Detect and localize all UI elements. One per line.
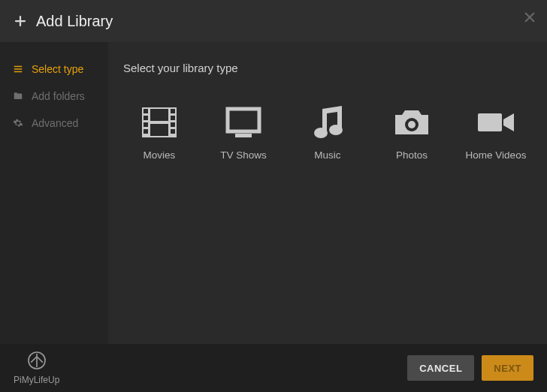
gear-icon [12,118,24,128]
svg-rect-9 [144,116,148,120]
sidebar-item-advanced[interactable]: Advanced [0,110,108,137]
footer-buttons: CANCEL NEXT [407,355,533,381]
svg-rect-19 [235,134,252,137]
library-type-tv-shows[interactable]: TV Shows [207,103,280,161]
sidebar-item-label: Select type [32,63,83,75]
svg-rect-17 [150,124,168,136]
svg-point-21 [329,125,343,135]
movies-icon [141,103,178,142]
svg-rect-10 [144,122,148,127]
video-camera-icon [476,103,515,142]
library-type-label: TV Shows [220,149,267,161]
library-type-list: Movies TV Shows [123,103,532,161]
brand-logo-icon [27,351,47,373]
tv-icon [225,103,262,142]
main-heading: Select your library type [123,62,532,74]
library-type-label: Home Videos [466,149,527,161]
svg-rect-15 [171,129,175,134]
modal-footer: PiMyLifeUp CANCEL NEXT [0,344,547,392]
plus-icon [14,14,27,28]
library-type-home-videos[interactable]: Home Videos [460,103,532,161]
library-type-label: Movies [144,149,176,161]
svg-rect-16 [150,109,168,121]
main-panel: Select your library type [108,42,547,344]
brand-text: PiMyLifeUp [14,375,59,385]
library-type-music[interactable]: Music [292,103,364,161]
svg-rect-11 [144,129,148,134]
sidebar-item-label: Add folders [32,90,85,102]
modal-body: Select type Add folders Advanced Select … [0,42,547,344]
sidebar: Select type Add folders Advanced [0,42,108,344]
library-type-label: Music [314,149,340,161]
close-icon[interactable] [523,11,536,27]
svg-point-20 [314,128,328,138]
svg-rect-12 [171,109,175,113]
sidebar-item-select-type[interactable]: Select type [0,56,108,83]
folder-icon [12,91,24,101]
modal-header: Add Library [0,0,547,42]
sidebar-item-label: Advanced [32,117,78,129]
sidebar-item-add-folders[interactable]: Add folders [0,83,108,110]
svg-rect-14 [171,122,175,127]
library-type-label: Photos [396,149,428,161]
cancel-button[interactable]: CANCEL [407,355,474,381]
library-type-movies[interactable]: Movies [123,103,195,161]
next-button[interactable]: NEXT [482,355,533,381]
svg-point-23 [408,121,416,128]
svg-rect-24 [478,113,502,131]
modal-title: Add Library [36,13,113,30]
svg-rect-13 [171,116,175,120]
photos-icon [392,103,431,142]
music-icon [309,103,346,142]
library-type-photos[interactable]: Photos [376,103,448,161]
svg-rect-18 [228,109,259,131]
add-library-modal: Add Library Select type Add folders [0,0,547,392]
list-icon [12,64,24,74]
brand: PiMyLifeUp [14,351,59,385]
svg-rect-8 [144,109,148,113]
